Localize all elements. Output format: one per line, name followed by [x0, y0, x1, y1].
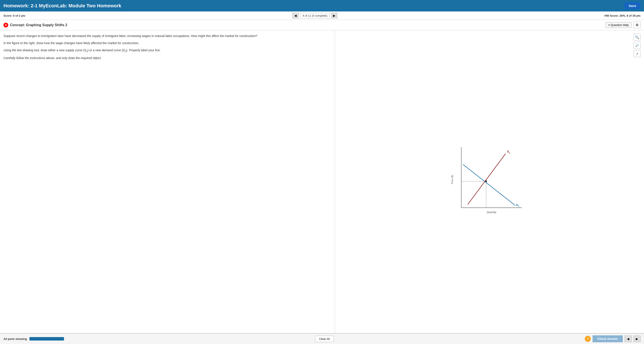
hw-score-section: HW Score: 20%, 6 of 30 pts — [604, 14, 640, 17]
gear-icon: ⚙ — [636, 23, 638, 27]
footer-right: ? Check Answer ◀ ▶ — [585, 335, 640, 341]
question-help-button[interactable]: ≡ Question Help — [606, 22, 632, 28]
check-answer-button[interactable]: Check Answer — [592, 335, 623, 341]
zoom-out-button[interactable]: 🔎 — [634, 42, 640, 49]
incorrect-icon: ✕ — [4, 23, 8, 28]
zoom-out-icon: 🔎 — [635, 44, 639, 47]
navigation-controls: ◀ 4 of 11 (4 complete) ▶ — [292, 13, 337, 19]
score-value: 0 of 2 pts — [13, 14, 25, 17]
footer-bar: All parts showing Clear All ? Check Answ… — [0, 333, 644, 341]
question-title-bar: ✕ Concept: Graphing Supply Shifts 2 ≡ Qu… — [0, 20, 644, 30]
demand-label: D1 — [516, 203, 519, 207]
supply-label: S1 — [507, 150, 510, 154]
question-title-right: ≡ Question Help ⚙ — [606, 22, 640, 28]
left-panel: Suppose recent changes to immigration la… — [0, 30, 335, 333]
progress-bar-outer — [30, 337, 64, 340]
intersection-point — [485, 180, 487, 182]
graph-container[interactable]: Price ($) Quantity S1 D1 — [448, 143, 530, 221]
settings-button[interactable]: ⚙ — [634, 22, 640, 28]
y-axis-label: Price ($) — [451, 175, 454, 184]
progress-bar-inner — [30, 337, 64, 340]
footer-nav-next-button[interactable]: ▶ — [634, 335, 640, 341]
main-content: Suppose recent changes to immigration la… — [0, 30, 644, 333]
footer-nav-prev-button[interactable]: ◀ — [624, 335, 632, 341]
expand-icon: ➚ — [636, 52, 638, 55]
zoom-in-button[interactable]: 🔍 — [634, 34, 640, 41]
right-panel: 🔍 🔎 ➚ Price ($) Quantity — [335, 30, 644, 333]
menu-icon: ≡ — [608, 23, 610, 27]
expand-button[interactable]: ➚ — [634, 50, 640, 57]
nav-label[interactable]: 4 of 11 (4 complete) — [300, 13, 330, 19]
score-label: Score: — [4, 14, 12, 17]
nav-prev-button[interactable]: ◀ — [292, 13, 299, 19]
question-paragraph-2: In the figure to the right, show how the… — [4, 41, 331, 46]
question-paragraph-1: Suppose recent changes to immigration la… — [4, 34, 331, 38]
hw-score-label: HW Score: — [604, 14, 619, 17]
score-bar: Score: 0 of 2 pts ◀ 4 of 11 (4 complete)… — [0, 12, 644, 20]
footer-center: Clear All — [315, 336, 334, 341]
zoom-in-icon: 🔍 — [635, 35, 639, 39]
nav-next-button[interactable]: ▶ — [331, 13, 337, 19]
page-title: Homework: 2-1 MyEconLab: Module Two Home… — [4, 3, 121, 9]
graph-svg[interactable]: Price ($) Quantity S1 D1 — [448, 143, 530, 221]
question-title-left: ✕ Concept: Graphing Supply Shifts 2 — [4, 23, 67, 28]
hw-score-value: 20%, 6 of 30 pts — [619, 14, 640, 17]
header: Homework: 2-1 MyEconLab: Module Two Home… — [0, 0, 644, 12]
clear-all-button[interactable]: Clear All — [315, 336, 334, 341]
question-help-label: Question Help — [611, 23, 629, 27]
save-button[interactable]: Save — [624, 2, 640, 9]
all-parts-label: All parts showing — [4, 337, 27, 340]
instruction-italic: Using the line drawing tool, — [4, 49, 40, 52]
help-button[interactable]: ? — [585, 336, 591, 341]
graph-controls: 🔍 🔎 ➚ — [634, 34, 640, 57]
question-paragraph-3: Using the line drawing tool, draw either… — [4, 48, 331, 53]
question-title: Concept: Graphing Supply Shifts 2 — [10, 23, 67, 27]
x-axis-label: Quantity — [487, 211, 496, 214]
question-paragraph-4: Carefully follow the instructions above,… — [4, 56, 331, 60]
score-section: Score: 0 of 2 pts — [4, 14, 25, 17]
demand-curve-d1 — [463, 164, 515, 206]
footer-left: All parts showing — [4, 337, 64, 340]
supply-curve-s1 — [468, 154, 506, 204]
